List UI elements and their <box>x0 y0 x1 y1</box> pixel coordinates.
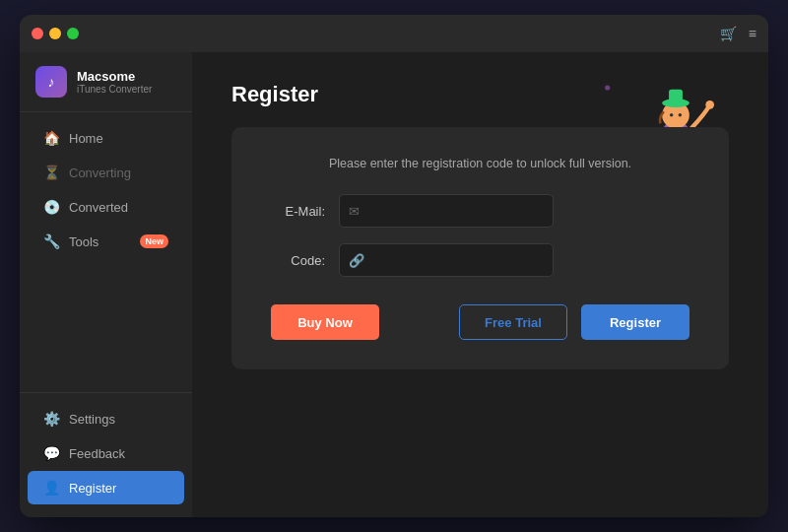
buy-now-button[interactable]: Buy Now <box>271 304 379 340</box>
sidebar-item-tools[interactable]: 🔧 Tools New <box>28 225 184 258</box>
menu-icon[interactable]: ≡ <box>749 26 756 41</box>
sidebar-item-feedback-label: Feedback <box>69 446 125 461</box>
app-brand: ♪ Macsome iTunes Converter <box>20 52 192 112</box>
app-subtitle: iTunes Converter <box>77 84 152 95</box>
app-name: Macsome <box>77 69 152 84</box>
nav-section: 🏠 Home ⏳ Converting 💿 Converted 🔧 Tools … <box>20 112 192 392</box>
svg-point-12 <box>670 113 673 116</box>
sidebar-item-feedback[interactable]: 💬 Feedback <box>28 436 184 470</box>
close-button[interactable] <box>32 28 43 39</box>
code-input[interactable] <box>339 243 554 277</box>
tools-new-badge: New <box>140 234 168 248</box>
card-description: Please enter the registration code to un… <box>271 157 690 170</box>
svg-point-14 <box>705 100 714 109</box>
email-label: E-Mail: <box>271 204 325 219</box>
sidebar-item-converting: ⏳ Converting <box>28 156 184 189</box>
svg-point-0 <box>605 85 610 90</box>
email-input-wrapper: ✉ <box>339 194 690 228</box>
sidebar-item-home[interactable]: 🏠 Home <box>28 121 184 155</box>
svg-point-13 <box>679 113 682 116</box>
code-label: Code: <box>271 253 325 268</box>
button-row: Buy Now Free Trial Register <box>271 304 690 340</box>
sidebar-item-settings-label: Settings <box>69 412 115 427</box>
home-icon: 🏠 <box>43 130 59 146</box>
main-content: ♪ ✦ ♪ <box>192 52 768 517</box>
nav-bottom: ⚙️ Settings 💬 Feedback 👤 Register <box>20 392 192 517</box>
free-trial-button[interactable]: Free Trial <box>459 304 567 340</box>
register-nav-icon: 👤 <box>43 480 59 496</box>
app-window: 🛒 ≡ ♪ Macsome iTunes Converter 🏠 Home ⏳ <box>20 15 768 517</box>
email-row: E-Mail: ✉ <box>271 194 690 228</box>
sidebar-item-converting-label: Converting <box>69 166 131 180</box>
feedback-icon: 💬 <box>43 445 59 461</box>
sidebar-item-register[interactable]: 👤 Register <box>28 471 184 504</box>
titlebar: 🛒 ≡ <box>20 15 768 52</box>
svg-rect-11 <box>669 90 683 105</box>
maximize-button[interactable] <box>67 28 79 39</box>
app-info: Macsome iTunes Converter <box>77 69 152 95</box>
app-icon: ♪ <box>35 66 67 98</box>
titlebar-actions: 🛒 ≡ <box>720 26 756 41</box>
settings-icon: ⚙️ <box>43 411 59 427</box>
sidebar: ♪ Macsome iTunes Converter 🏠 Home ⏳ Conv… <box>20 52 192 517</box>
sidebar-item-home-label: Home <box>69 131 103 146</box>
code-row: Code: 🔗 <box>271 243 690 277</box>
sidebar-item-converted-label: Converted <box>69 200 128 215</box>
converted-icon: 💿 <box>43 199 59 215</box>
code-input-wrapper: 🔗 <box>339 243 690 277</box>
sidebar-item-tools-label: Tools <box>69 234 98 249</box>
minimize-button[interactable] <box>49 28 61 39</box>
register-card: Please enter the registration code to un… <box>231 127 729 369</box>
content-area: ♪ Macsome iTunes Converter 🏠 Home ⏳ Conv… <box>20 52 768 517</box>
sidebar-item-converted[interactable]: 💿 Converted <box>28 190 184 224</box>
tools-icon: 🔧 <box>43 233 59 249</box>
sidebar-item-register-label: Register <box>69 481 116 496</box>
cart-icon[interactable]: 🛒 <box>720 26 737 41</box>
traffic-lights <box>32 28 79 39</box>
register-button[interactable]: Register <box>581 304 690 340</box>
converting-icon: ⏳ <box>43 165 59 180</box>
email-input[interactable] <box>339 194 554 228</box>
sidebar-item-settings[interactable]: ⚙️ Settings <box>28 402 184 435</box>
